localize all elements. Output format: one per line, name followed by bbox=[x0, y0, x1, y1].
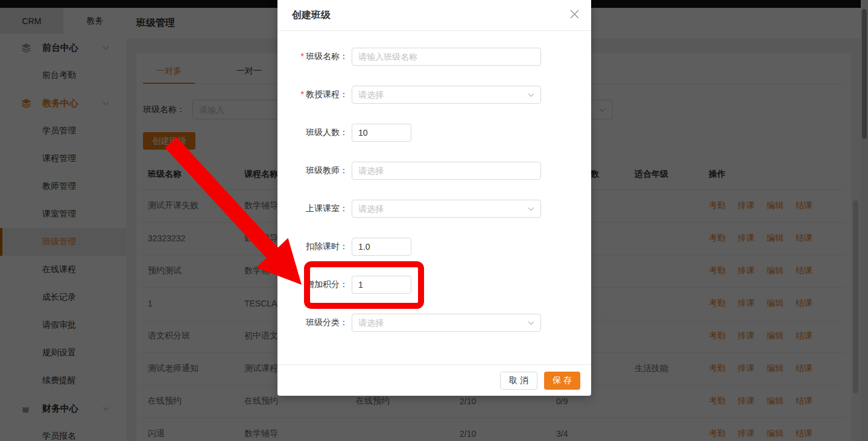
add-points-input[interactable] bbox=[352, 276, 411, 294]
cancel-button[interactable]: 取 消 bbox=[500, 372, 537, 390]
field-label-text: 教授课程： bbox=[306, 89, 348, 99]
required-asterisk: * bbox=[301, 89, 304, 99]
field-label-text: 班级教师： bbox=[306, 165, 348, 175]
field-label-text: 上课课室： bbox=[306, 203, 348, 213]
field-label: 班级教师： bbox=[292, 165, 348, 176]
field-course: *教授课程： bbox=[292, 86, 577, 104]
modal-footer: 取 消 保 存 bbox=[277, 364, 591, 396]
field-label: 扣除课时： bbox=[292, 241, 348, 252]
modal-header: 创建班级 bbox=[277, 0, 591, 31]
field-label: 班级分类： bbox=[292, 317, 348, 328]
create-class-modal: 创建班级 *班级名称： *教授课程： 班级人数： 班级教师： 上课课室： bbox=[277, 0, 591, 396]
field-label: *教授课程： bbox=[292, 89, 348, 100]
required-asterisk: * bbox=[301, 51, 304, 61]
field-label-text: 班级分类： bbox=[306, 317, 348, 327]
classroom-select[interactable] bbox=[352, 200, 541, 218]
class-name-input[interactable] bbox=[352, 48, 541, 66]
field-class-name: *班级名称： bbox=[292, 48, 577, 66]
field-class-category: 班级分类： bbox=[292, 314, 577, 332]
field-classroom: 上课课室： bbox=[292, 200, 577, 218]
field-label: 班级人数： bbox=[292, 127, 348, 138]
course-select[interactable] bbox=[352, 86, 541, 104]
field-label: 增加积分： bbox=[292, 279, 348, 290]
field-class-size: 班级人数： bbox=[292, 124, 577, 142]
deduct-hours-input[interactable] bbox=[352, 238, 411, 256]
class-category-select[interactable] bbox=[352, 314, 541, 332]
modal-body: *班级名称： *教授课程： 班级人数： 班级教师： 上课课室： 扣除课时： bbox=[277, 31, 591, 332]
field-label: 上课课室： bbox=[292, 203, 348, 214]
field-add-points: 增加积分： bbox=[292, 276, 577, 294]
field-label-text: 班级人数： bbox=[306, 127, 348, 137]
field-deduct-hours: 扣除课时： bbox=[292, 238, 577, 256]
field-label-text: 班级名称： bbox=[306, 51, 348, 61]
app-root: CRM 教务 前台中心 前台考勤 教务中心 学员管理 课程管理 教师管理 课室管… bbox=[0, 0, 868, 441]
save-button[interactable]: 保 存 bbox=[544, 372, 580, 390]
field-class-teacher: 班级教师： bbox=[292, 162, 577, 180]
class-size-input[interactable] bbox=[352, 124, 411, 142]
field-label-text: 扣除课时： bbox=[306, 241, 348, 251]
modal-title: 创建班级 bbox=[292, 9, 331, 22]
class-teacher-select[interactable] bbox=[352, 162, 541, 180]
field-label: *班级名称： bbox=[292, 51, 348, 62]
close-icon[interactable] bbox=[570, 10, 579, 19]
field-label-text: 增加积分： bbox=[306, 279, 348, 289]
